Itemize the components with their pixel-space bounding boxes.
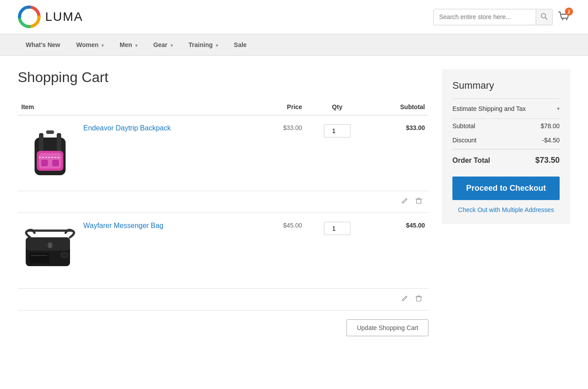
discount-value: -$4.50 bbox=[542, 137, 560, 144]
header-right: 2 bbox=[433, 9, 570, 25]
summary-title: Summary bbox=[452, 80, 560, 91]
svg-rect-25 bbox=[417, 297, 421, 301]
nav-link-gear[interactable]: Gear ▾ bbox=[145, 34, 181, 55]
nav-list: What's New Women ▾ Men ▾ Gear ▾ Training… bbox=[18, 34, 570, 55]
svg-rect-11 bbox=[46, 130, 54, 134]
product-image-cell-1 bbox=[18, 115, 80, 191]
product-image-cell-2 bbox=[18, 213, 80, 289]
col-header-item: Item bbox=[18, 99, 257, 115]
chevron-down-icon: ▾ bbox=[169, 43, 173, 48]
product-link-backpack[interactable]: Endeavor Daytrip Backpack bbox=[83, 124, 171, 132]
product-image-messenger bbox=[21, 222, 79, 279]
cart-table-header: Item Price Qty Subtotal bbox=[18, 99, 428, 115]
estimate-shipping-row[interactable]: Estimate Shipping and Tax ▾ bbox=[452, 98, 560, 119]
col-header-subtotal: Subtotal bbox=[369, 99, 428, 115]
item-actions-2 bbox=[18, 289, 428, 310]
table-row-actions-1 bbox=[18, 191, 428, 213]
logo-icon bbox=[18, 5, 41, 28]
svg-rect-23 bbox=[31, 255, 47, 256]
main-nav: What's New Women ▾ Men ▾ Gear ▾ Training… bbox=[0, 34, 588, 56]
cart-table: Item Price Qty Subtotal bbox=[18, 99, 428, 310]
product-subtotal-1: $33.00 bbox=[369, 115, 428, 191]
nav-item-men: Men ▾ bbox=[112, 34, 145, 55]
item-actions-1 bbox=[18, 191, 428, 213]
nav-link-sale[interactable]: Sale bbox=[226, 34, 255, 55]
subtotal-label: Subtotal bbox=[452, 122, 475, 130]
col-header-price: Price bbox=[257, 99, 306, 115]
product-name-cell-2: Wayfarer Messenger Bag bbox=[80, 213, 257, 289]
search-box bbox=[433, 9, 553, 25]
svg-rect-19 bbox=[29, 253, 49, 263]
nav-item-women: Women ▾ bbox=[68, 34, 112, 55]
product-subtotal-2: $45.00 bbox=[369, 213, 428, 289]
update-cart-button[interactable]: Update Shopping Cart bbox=[347, 319, 428, 336]
svg-point-3 bbox=[562, 19, 564, 20]
chevron-down-icon: ▾ bbox=[134, 43, 137, 48]
product-qty-cell-1 bbox=[306, 115, 369, 191]
table-row-actions-2 bbox=[18, 289, 428, 310]
search-icon bbox=[541, 13, 548, 20]
delete-button-1[interactable] bbox=[413, 196, 425, 208]
nav-link-men[interactable]: Men ▾ bbox=[112, 34, 145, 55]
chevron-down-icon: ▾ bbox=[214, 43, 218, 48]
search-button[interactable] bbox=[536, 9, 552, 25]
search-input[interactable] bbox=[434, 10, 536, 24]
product-price-2: $45.00 bbox=[257, 213, 306, 289]
nav-item-gear: Gear ▾ bbox=[145, 34, 181, 55]
svg-rect-14 bbox=[417, 199, 421, 204]
chevron-down-icon: ▾ bbox=[100, 43, 104, 48]
order-total-row: Order Total $73.50 bbox=[452, 149, 560, 171]
cart-icon-wrap[interactable]: 2 bbox=[558, 10, 570, 24]
qty-input-2[interactable] bbox=[324, 222, 350, 235]
summary-box: Summary Estimate Shipping and Tax ▾ Subt… bbox=[442, 69, 570, 224]
product-price-1: $33.00 bbox=[257, 115, 306, 191]
edit-button-2[interactable] bbox=[398, 293, 411, 306]
svg-rect-9 bbox=[39, 133, 43, 151]
main-content: Shopping Cart Item Price Qty Subtotal bbox=[0, 56, 588, 350]
col-header-qty: Qty bbox=[306, 99, 369, 115]
pencil-icon bbox=[401, 295, 408, 302]
nav-item-training: Training ▾ bbox=[181, 34, 226, 55]
svg-rect-16 bbox=[418, 198, 420, 199]
nav-link-women[interactable]: Women ▾ bbox=[68, 34, 112, 55]
discount-line: Discount -$4.50 bbox=[452, 133, 560, 147]
nav-item-whats-new: What's New bbox=[18, 34, 68, 55]
nav-link-whats-new[interactable]: What's New bbox=[18, 34, 68, 55]
discount-label: Discount bbox=[452, 137, 476, 144]
svg-rect-10 bbox=[57, 133, 61, 151]
site-header: LUMA 2 bbox=[0, 0, 588, 34]
nav-item-sale: Sale bbox=[226, 34, 255, 55]
trash-icon bbox=[415, 295, 422, 302]
product-image-backpack bbox=[21, 124, 79, 182]
table-row: Endeavor Daytrip Backpack $33.00 $33.00 bbox=[18, 115, 428, 191]
edit-button-1[interactable] bbox=[398, 196, 411, 208]
svg-rect-12 bbox=[41, 160, 48, 166]
checkout-button[interactable]: Proceed to Checkout bbox=[452, 177, 560, 200]
delete-button-2[interactable] bbox=[413, 293, 425, 306]
nav-link-training[interactable]: Training ▾ bbox=[181, 34, 226, 55]
trash-icon bbox=[415, 197, 422, 204]
svg-line-2 bbox=[545, 17, 548, 20]
svg-rect-13 bbox=[52, 160, 59, 166]
chevron-down-icon: ▾ bbox=[557, 106, 560, 112]
product-qty-cell-2 bbox=[306, 213, 369, 289]
product-link-messenger[interactable]: Wayfarer Messenger Bag bbox=[83, 222, 164, 229]
cart-actions: Update Shopping Cart bbox=[18, 319, 428, 336]
svg-rect-21 bbox=[48, 243, 52, 248]
logo-text: LUMA bbox=[45, 10, 83, 24]
product-name-cell-1: Endeavor Daytrip Backpack bbox=[80, 115, 257, 191]
multi-address-link[interactable]: Check Out with Multiple Addresses bbox=[452, 206, 560, 213]
subtotal-value: $78.00 bbox=[541, 122, 560, 130]
svg-point-4 bbox=[566, 19, 568, 20]
cart-count-badge: 2 bbox=[565, 8, 573, 16]
shipping-label: Estimate Shipping and Tax bbox=[452, 105, 526, 112]
cart-section: Shopping Cart Item Price Qty Subtotal bbox=[18, 69, 428, 336]
pencil-icon bbox=[401, 197, 408, 204]
table-row: Wayfarer Messenger Bag $45.00 $45.00 bbox=[18, 213, 428, 289]
svg-rect-27 bbox=[418, 296, 420, 297]
logo-area: LUMA bbox=[18, 5, 83, 28]
order-total-label: Order Total bbox=[452, 157, 490, 165]
page-title: Shopping Cart bbox=[18, 69, 428, 86]
qty-input-1[interactable] bbox=[324, 124, 350, 138]
svg-rect-24 bbox=[61, 253, 68, 257]
